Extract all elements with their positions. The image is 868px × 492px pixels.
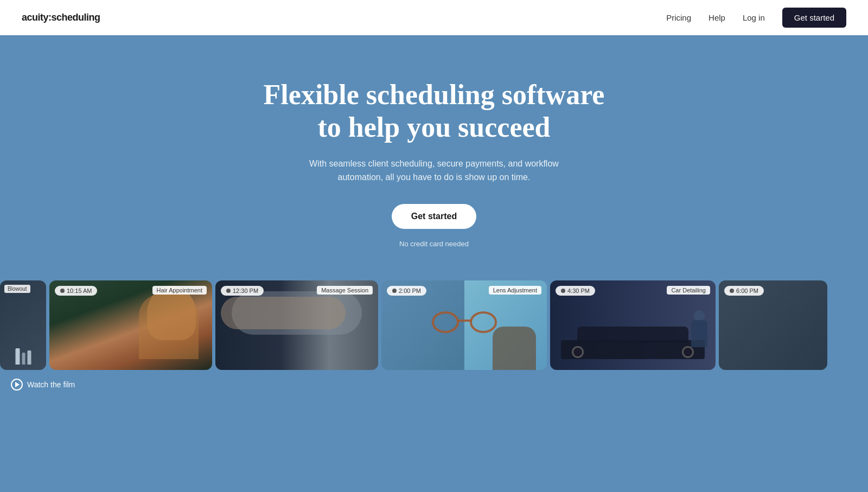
- hero-subtitle: With seamless client scheduling, secure …: [304, 157, 564, 184]
- card-label-hair: Hair Appointment: [152, 286, 207, 295]
- play-triangle: [15, 382, 20, 387]
- nav-link-pricing[interactable]: Pricing: [666, 13, 691, 22]
- card-time-eyewear: 2:00 PM: [387, 286, 426, 296]
- card-time-last: 6:00 PM: [724, 286, 764, 296]
- card-label-eyewear: Lens Adjustment: [489, 286, 541, 295]
- appointment-card-car: 4:30 PM Car Detailing: [550, 280, 716, 370]
- watch-film-button[interactable]: Watch the film: [11, 379, 75, 391]
- nav-link-help[interactable]: Help: [709, 13, 725, 22]
- appointment-card-last: 6:00 PM: [719, 280, 827, 370]
- hero-cta-wrapper: Get started No credit card needed: [255, 204, 613, 248]
- card-time-hair: 10:15 AM: [55, 286, 97, 296]
- card-label-massage: Massage Session: [317, 286, 373, 295]
- navbar: acuity:scheduling Pricing Help Log in Ge…: [0, 0, 868, 35]
- card-time-massage: 12:30 PM: [221, 286, 264, 296]
- watch-film-label: Watch the film: [27, 380, 75, 389]
- hero-no-cc-text: No credit card needed: [255, 240, 613, 248]
- play-icon: [11, 379, 23, 391]
- hero-section: Flexible scheduling software to help you…: [0, 0, 868, 492]
- card-label-car: Car Detailing: [667, 286, 710, 295]
- appointment-card-hair: 10:15 AM Hair Appointment: [49, 280, 212, 370]
- hero-title: Flexible scheduling software to help you…: [255, 79, 613, 144]
- card-time-car: 4:30 PM: [556, 286, 595, 296]
- nav-link-login[interactable]: Log in: [743, 13, 765, 22]
- hero-content: Flexible scheduling software to help you…: [244, 35, 624, 275]
- logo[interactable]: acuity:scheduling: [22, 12, 100, 23]
- hero-get-started-button[interactable]: Get started: [392, 204, 476, 229]
- appointment-card-eyewear: 2:00 PM Lens Adjustment: [381, 280, 547, 370]
- appointment-card-massage: 12:30 PM Massage Session: [215, 280, 378, 370]
- nav-right: Pricing Help Log in Get started: [666, 8, 846, 28]
- appointment-card-blowout: Blowout: [0, 280, 46, 370]
- card-tag-blowout: Blowout: [4, 285, 30, 293]
- nav-get-started-button[interactable]: Get started: [782, 8, 846, 28]
- image-strip: Blowout 10:15 AM Hair Appointment: [0, 280, 868, 370]
